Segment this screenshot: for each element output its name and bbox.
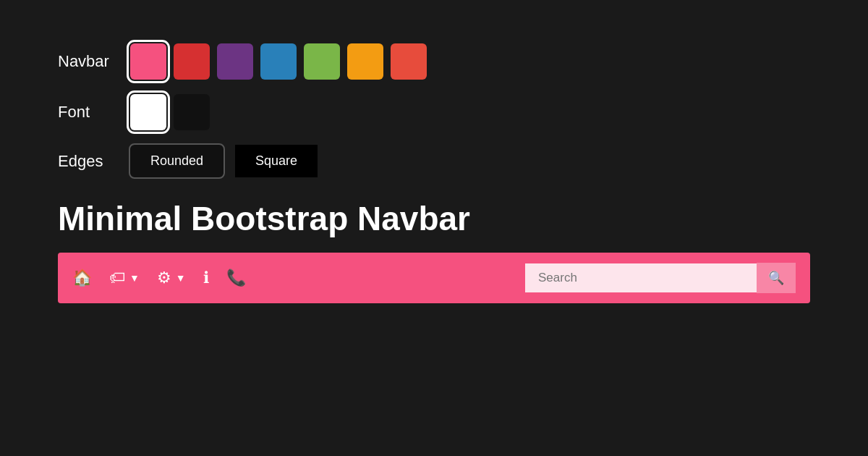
search-button[interactable]: 🔍 [757, 263, 796, 293]
navbar-color-swatches [130, 43, 427, 80]
home-icon: 🏠 [72, 269, 92, 287]
edges-label: Edges [58, 152, 130, 171]
edge-buttons: Rounded Square [130, 145, 318, 177]
font-swatch-black[interactable] [174, 94, 210, 130]
tag-nav-icon[interactable]: 🏷 ▼ [109, 269, 140, 287]
color-swatch-blue[interactable] [260, 43, 297, 80]
gear-nav-icon[interactable]: ⚙ ▼ [157, 269, 186, 287]
color-swatch-purple[interactable] [217, 43, 253, 80]
rounded-edge-button[interactable]: Rounded [130, 145, 224, 177]
font-label: Font [58, 103, 130, 122]
navbar-search: 🔍 [525, 263, 796, 293]
info-nav-icon[interactable]: ℹ [203, 269, 209, 287]
navbar-color-row: Navbar [58, 43, 810, 80]
search-icon: 🔍 [768, 270, 784, 286]
color-swatch-orange[interactable] [391, 43, 427, 80]
color-swatch-green[interactable] [304, 43, 340, 80]
gear-icon: ⚙ [157, 269, 171, 287]
navbar-label: Navbar [58, 52, 130, 71]
font-color-row: Font [58, 94, 810, 130]
color-swatch-yellow[interactable] [347, 43, 383, 80]
square-edge-button[interactable]: Square [235, 145, 318, 177]
page-container: Navbar Font Edges Rounded [0, 0, 868, 347]
font-color-swatches [130, 94, 210, 130]
tag-icon: 🏷 [109, 269, 125, 287]
font-swatch-white[interactable] [130, 94, 166, 130]
color-swatch-red[interactable] [174, 43, 210, 80]
phone-nav-icon[interactable]: 📞 [226, 269, 246, 287]
gear-chevron-icon: ▼ [176, 272, 186, 284]
navbar-icons: 🏠 🏷 ▼ ⚙ ▼ ℹ 📞 [72, 269, 505, 287]
page-title: Minimal Bootstrap Navbar [58, 199, 810, 238]
edges-row: Edges Rounded Square [58, 145, 810, 177]
home-nav-icon[interactable]: 🏠 [72, 269, 92, 287]
tag-chevron-icon: ▼ [129, 272, 140, 284]
info-icon: ℹ [203, 269, 209, 287]
search-input[interactable] [525, 263, 757, 292]
navbar-preview: 🏠 🏷 ▼ ⚙ ▼ ℹ 📞 🔍 [58, 253, 810, 303]
color-swatch-pink[interactable] [130, 43, 166, 80]
options-section: Navbar Font Edges Rounded [58, 43, 810, 177]
phone-icon: 📞 [226, 269, 246, 287]
